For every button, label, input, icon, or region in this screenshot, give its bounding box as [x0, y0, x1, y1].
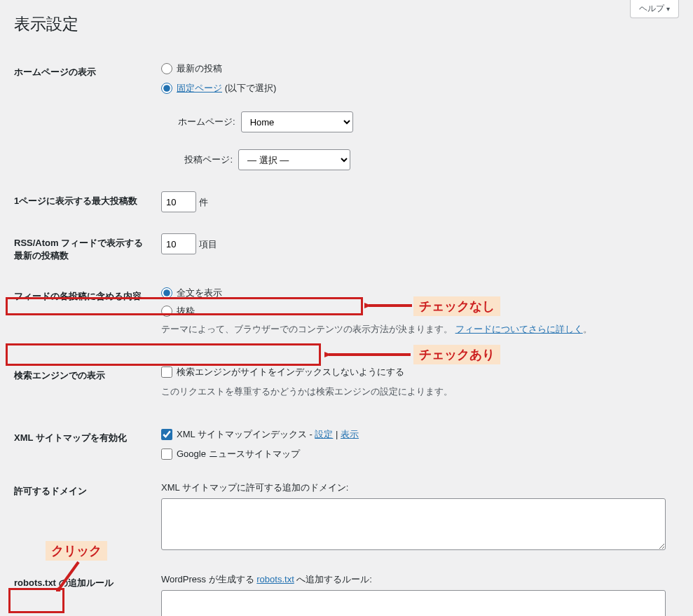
radio-full-text[interactable]: 全文を表示	[161, 287, 672, 299]
checkbox-xml-sitemap[interactable]: XML サイトマップインデックス - 設定 | 表示	[161, 428, 672, 441]
checkbox-search-engine-label: 検索エンジンがサイトをインデックスしないようにする	[177, 366, 404, 378]
checkbox-xml-sitemap-input[interactable]	[161, 429, 172, 440]
label-homepage: ホームページの表示	[14, 52, 154, 181]
homepage-select[interactable]: Home	[241, 111, 353, 132]
label-feed-content: フィードの各投稿に含める内容	[14, 276, 154, 355]
help-tab[interactable]: ヘルプ	[630, 0, 679, 18]
allowed-domains-textarea[interactable]	[161, 498, 666, 550]
robots-desc-pre: WordPress が生成する	[161, 574, 256, 584]
label-posts-per-page: 1ページに表示する最大投稿数	[14, 181, 154, 223]
feed-desc-post: 。	[583, 324, 592, 334]
robots-desc-post: へ追加するルール:	[294, 574, 372, 584]
postspage-select-label: 投稿ページ:	[178, 153, 233, 166]
label-search-engine: 検索エンジンでの表示	[14, 355, 154, 418]
radio-static-page-input[interactable]	[161, 83, 172, 94]
radio-latest-posts-input[interactable]	[161, 63, 172, 74]
radio-latest-posts-label: 最新の投稿	[177, 62, 222, 75]
feed-desc-pre: テーマによって、ブラウザーでのコンテンツの表示方法が決まります。	[161, 324, 453, 334]
homepage-select-label: ホームページ:	[178, 116, 235, 128]
checkbox-search-engine-input[interactable]	[161, 367, 172, 378]
allowed-domains-desc: XML サイトマップに許可する追加のドメイン:	[161, 481, 672, 494]
static-page-link[interactable]: 固定ページ	[177, 83, 222, 93]
posts-per-page-input[interactable]	[161, 191, 196, 212]
checkbox-google-news-label: Google ニュースサイトマップ	[177, 448, 300, 460]
static-page-note: (以下で選択)	[225, 83, 277, 93]
radio-full-text-input[interactable]	[161, 287, 172, 299]
robots-link[interactable]: robots.txt	[256, 574, 294, 584]
page-title: 表示設定	[14, 7, 679, 38]
feed-desc-link[interactable]: フィードについてさらに詳しく	[455, 324, 583, 334]
xml-sitemap-settings-link[interactable]: 設定	[315, 429, 333, 439]
radio-latest-posts[interactable]: 最新の投稿	[161, 62, 672, 75]
radio-static-page[interactable]: 固定ページ (以下で選択)	[161, 82, 672, 95]
postspage-select[interactable]: — 選択 —	[238, 149, 350, 170]
label-xml-sitemap: XML サイトマップを有効化	[14, 418, 154, 471]
checkbox-google-news[interactable]: Google ニュースサイトマップ	[161, 448, 672, 460]
search-engine-desc: このリクエストを尊重するかどうかは検索エンジンの設定によります。	[161, 385, 672, 398]
rss-posts-input[interactable]	[161, 233, 196, 254]
label-robots: robots.txt の追加ルール	[14, 563, 154, 616]
radio-excerpt[interactable]: 抜粋	[161, 305, 672, 317]
radio-excerpt-label: 抜粋	[177, 305, 195, 317]
xml-sitemap-sep: -	[307, 429, 315, 439]
robots-textarea[interactable]	[161, 590, 666, 616]
xml-sitemap-view-link[interactable]: 表示	[341, 429, 359, 439]
checkbox-google-news-input[interactable]	[161, 449, 172, 460]
posts-per-page-suffix: 件	[199, 197, 208, 207]
checkbox-search-engine[interactable]: 検索エンジンがサイトをインデックスしないようにする	[161, 366, 404, 378]
rss-posts-suffix: 項目	[199, 239, 217, 249]
checkbox-xml-sitemap-label: XML サイトマップインデックス	[177, 429, 307, 439]
label-rss-posts: RSS/Atom フィードで表示する最新の投稿数	[14, 223, 154, 276]
label-allowed-domains: 許可するドメイン	[14, 471, 154, 563]
radio-full-text-label: 全文を表示	[177, 287, 222, 299]
radio-excerpt-input[interactable]	[161, 306, 172, 317]
